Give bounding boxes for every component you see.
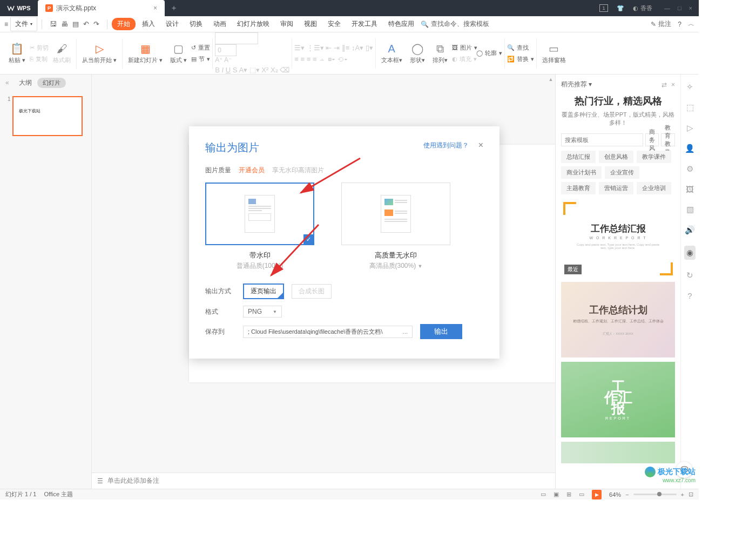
- template-search-input[interactable]: [561, 133, 643, 146]
- rib-help-icon[interactable]: ?: [687, 291, 692, 300]
- path-browse-icon[interactable]: ...: [403, 328, 408, 335]
- chip-business[interactable]: 商务风: [645, 133, 659, 146]
- zoom-value[interactable]: 64%: [609, 491, 621, 498]
- outline-button[interactable]: ◯轮廓▾: [476, 49, 502, 57]
- zoom-out-icon[interactable]: −: [625, 491, 629, 498]
- copy-button[interactable]: ⎘复制: [30, 55, 49, 63]
- distribute-icon[interactable]: ⫠: [319, 55, 326, 63]
- highlight-icon[interactable]: ⬚▾: [249, 66, 260, 74]
- help-icon[interactable]: ?: [678, 21, 681, 28]
- bullets-icon[interactable]: ☰▾: [294, 44, 305, 52]
- menu-hamburger-icon[interactable]: ≡: [4, 21, 8, 28]
- font-select[interactable]: [215, 32, 258, 44]
- tab-slideshow[interactable]: 幻灯片放映: [233, 17, 274, 31]
- subscript-icon[interactable]: X₂: [271, 66, 278, 74]
- notes-pane[interactable]: ☰ 单击此处添加备注: [92, 473, 555, 489]
- select-pane[interactable]: ▭ 选择窗格: [539, 32, 569, 74]
- rp-settings-icon[interactable]: ⇄: [662, 81, 667, 89]
- dialog-close-icon[interactable]: ×: [478, 140, 483, 150]
- vip-link[interactable]: 开通会员: [239, 166, 265, 175]
- find-button[interactable]: 🔍查找: [507, 44, 534, 52]
- play-from-current[interactable]: ▷ 从当前开始 ▾: [79, 32, 120, 74]
- clear-format-icon[interactable]: ⌫: [280, 66, 289, 74]
- format-select[interactable]: PNG▼: [243, 306, 282, 318]
- font-size-select[interactable]: 0: [215, 44, 237, 56]
- rib-image-icon[interactable]: 🖼: [686, 185, 694, 194]
- tab-special[interactable]: 特色应用: [384, 17, 418, 31]
- rib-history-icon[interactable]: ↻: [686, 271, 693, 280]
- save-icon[interactable]: 🖫: [50, 20, 57, 28]
- tab-devtools[interactable]: 开发工具: [347, 17, 382, 31]
- rib-user-icon[interactable]: 👤: [685, 144, 695, 153]
- undo-icon[interactable]: ↶: [83, 20, 89, 28]
- italic-icon[interactable]: I: [222, 66, 224, 74]
- line-spacing-icon[interactable]: ‖≡: [342, 44, 350, 52]
- indent-right-icon[interactable]: ⇥: [334, 44, 340, 52]
- skin-icon[interactable]: 👕: [617, 5, 624, 12]
- shape[interactable]: ◯ 形状▾: [407, 32, 428, 74]
- tab-start[interactable]: 开始: [112, 18, 136, 30]
- align-justify-icon[interactable]: ≡: [313, 55, 317, 63]
- print-icon[interactable]: 🖶: [61, 20, 68, 28]
- tag-item[interactable]: 总结汇报: [561, 151, 596, 163]
- indent-left-icon[interactable]: ⇤: [326, 44, 332, 52]
- rib-template-icon[interactable]: ✧: [686, 82, 693, 92]
- paste-group[interactable]: 📋 粘贴 ▾: [5, 32, 29, 74]
- cut-button[interactable]: ✂剪切: [30, 44, 49, 52]
- new-slide[interactable]: ▦ 新建幻灯片 ▾: [125, 32, 166, 74]
- add-tab-icon[interactable]: ＋: [170, 3, 178, 13]
- reset-button[interactable]: ↺重置: [191, 44, 210, 52]
- user-menu[interactable]: ◐ 香香: [633, 4, 652, 12]
- chip-education[interactable]: 教育教学: [661, 133, 675, 146]
- collapse-panel-icon[interactable]: «: [5, 79, 9, 86]
- rp-title-text[interactable]: 稻壳推荐 ▾: [561, 80, 592, 89]
- dialog-help-link[interactable]: 使用遇到问题？: [423, 141, 469, 150]
- view-sorter-icon[interactable]: ⊞: [566, 491, 571, 498]
- tab-view[interactable]: 视图: [300, 17, 321, 31]
- numbering-icon[interactable]: ⋮☰▾: [307, 44, 324, 52]
- tag-item[interactable]: 商业计划书: [561, 166, 602, 179]
- vertical-scrollbar[interactable]: ▲: [548, 77, 554, 470]
- columns-icon[interactable]: ▥▾: [328, 55, 335, 63]
- fit-icon[interactable]: ⊡: [688, 491, 693, 498]
- fill-button[interactable]: ◐填充▾: [452, 55, 477, 63]
- outline-tab[interactable]: 大纲: [19, 78, 32, 87]
- align-right-icon[interactable]: ≡: [307, 55, 311, 63]
- picture-button[interactable]: 🖼图片▾: [452, 44, 477, 52]
- file-menu[interactable]: 文件▾: [10, 17, 37, 31]
- zoom-in-icon[interactable]: +: [681, 491, 684, 498]
- tab-close-icon[interactable]: ×: [153, 4, 157, 12]
- tag-item[interactable]: 主题教育: [561, 182, 596, 194]
- annotate-button[interactable]: ✎批注: [651, 19, 671, 29]
- redo-icon[interactable]: ↷: [93, 20, 99, 28]
- tab-review[interactable]: 审阅: [276, 17, 298, 31]
- view-normal-icon[interactable]: ▣: [554, 491, 559, 498]
- underline-icon[interactable]: U: [226, 66, 231, 74]
- template-card-3[interactable]: 工 作汇 报 REPORT: [561, 362, 675, 437]
- tab-animation[interactable]: 动画: [209, 17, 231, 31]
- text-direction-icon[interactable]: ↕A▾: [352, 44, 363, 52]
- view-reading-icon[interactable]: ▭: [579, 491, 584, 498]
- align-left-icon[interactable]: ≡: [294, 55, 299, 63]
- template-card-1[interactable]: 工作总结汇报 W O R K R E P O R T Copy and past…: [561, 200, 675, 278]
- long-image-option[interactable]: 合成长图: [292, 284, 332, 299]
- replace-button[interactable]: 🔁替换▾: [507, 55, 534, 63]
- slides-tab[interactable]: 幻灯片: [37, 78, 66, 88]
- align-text-icon[interactable]: ▯▾: [366, 44, 373, 52]
- rib-object-icon[interactable]: ⬚: [686, 103, 694, 112]
- close-window-icon[interactable]: ×: [689, 5, 692, 11]
- collapse-ribbon-icon[interactable]: ︿: [688, 19, 694, 29]
- font-color-icon[interactable]: A▾: [239, 66, 247, 74]
- align-center-icon[interactable]: ≡: [300, 55, 305, 63]
- tag-item[interactable]: 教学课件: [637, 151, 671, 163]
- tag-item[interactable]: 营销运营: [599, 182, 633, 194]
- document-tab[interactable]: P 演示文稿.pptx ×: [38, 0, 165, 16]
- save-path-input[interactable]: ; Cloud Files\userdata\qing\filecache\香香…: [243, 326, 413, 338]
- convert-smartart-icon[interactable]: ⟲▾: [337, 55, 348, 63]
- rib-sound-icon[interactable]: 🔊: [685, 225, 695, 235]
- tab-insert[interactable]: 插入: [138, 17, 159, 31]
- rp-close-icon[interactable]: ×: [671, 81, 675, 89]
- rib-settings-icon[interactable]: ⚙: [686, 164, 693, 174]
- bold-icon[interactable]: B: [215, 66, 220, 74]
- tag-item[interactable]: 创意风格: [599, 151, 633, 163]
